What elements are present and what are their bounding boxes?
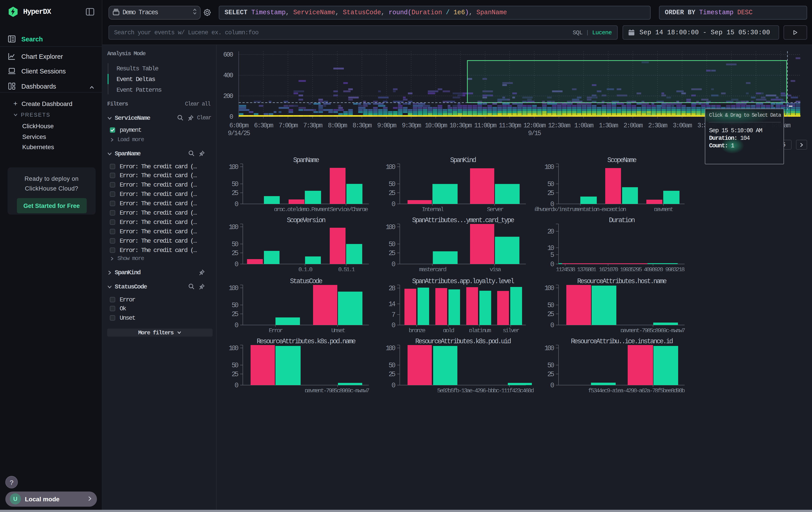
svg-text:Internal: Internal [422, 206, 443, 211]
svg-text:25: 25 [547, 189, 554, 197]
svg-text:50: 50 [232, 361, 238, 369]
svg-text:9:00pm: 9:00pm [377, 122, 396, 129]
svg-text:28: 28 [388, 284, 395, 292]
svg-text:0: 0 [391, 321, 395, 329]
svg-text:SpanName: SpanName [293, 156, 319, 164]
svg-text:0: 0 [235, 261, 238, 268]
svg-text:silver: silver [502, 327, 519, 332]
svg-text:50: 50 [388, 361, 395, 369]
svg-text:50: 50 [232, 301, 238, 309]
svg-text:gold: gold [443, 327, 454, 332]
svg-text:6:30pm: 6:30pm [254, 122, 273, 129]
svg-text:7: 7 [391, 311, 395, 319]
svg-text:ResourceAttribu..ice.instance.: ResourceAttribu..ice.instance.id [571, 338, 673, 345]
svg-text:100: 100 [385, 344, 395, 352]
svg-text:25: 25 [388, 371, 395, 378]
svg-text:10:00pm: 10:00pm [425, 122, 447, 129]
svg-text:ScopeVersion: ScopeVersion [287, 217, 325, 224]
svg-text:50: 50 [232, 240, 238, 248]
svg-text:100: 100 [544, 163, 554, 171]
svg-text:Unset: Unset [331, 327, 345, 332]
svg-text:0: 0 [229, 113, 233, 120]
svg-text:grpc.oteldemo.PaymentService/C: grpc.oteldemo.PaymentService/Charge [274, 206, 368, 211]
svg-text:25: 25 [547, 310, 554, 318]
svg-text:visa: visa [489, 266, 501, 271]
svg-text:100: 100 [229, 344, 238, 352]
svg-text:11:30pm: 11:30pm [499, 122, 521, 129]
svg-text:2:00am: 2:00am [624, 122, 643, 129]
svg-text:10: 10 [547, 244, 554, 252]
svg-text:0: 0 [235, 381, 238, 389]
svg-text:100: 100 [385, 223, 395, 231]
svg-text:0: 0 [550, 381, 554, 389]
svg-text:5e02b5fb-13ae-4296-bbbc-111f42: 5e02b5fb-13ae-4296-bbbc-111f423c460d [437, 387, 533, 392]
svg-text:ScopeName: ScopeName [607, 156, 636, 164]
svg-text:20: 20 [547, 228, 554, 236]
svg-text:Error: Error [269, 327, 283, 332]
svg-text:0: 0 [391, 200, 395, 208]
svg-text:2:30am: 2:30am [648, 122, 667, 129]
svg-text:8:30pm: 8:30pm [353, 122, 372, 129]
svg-text:0: 0 [391, 261, 395, 268]
svg-text:payment-7985c8969c-mwmw7: payment-7985c8969c-mwmw7 [620, 327, 685, 332]
svg-text:100: 100 [385, 163, 395, 171]
svg-text:4090920: 4090920 [644, 266, 663, 271]
svg-text:@hyperdx/instrumentation-excep: @hyperdx/instrumentation-exception [535, 206, 626, 211]
svg-text:0: 0 [235, 200, 238, 208]
svg-text:25: 25 [232, 189, 238, 197]
svg-text:200: 200 [223, 92, 233, 100]
svg-text:payment-7985c8969c-mwmw7: payment-7985c8969c-mwmw7 [304, 387, 369, 392]
svg-text:1:00am: 1:00am [574, 122, 593, 129]
svg-text:19935295: 19935295 [620, 266, 642, 271]
svg-text:50: 50 [547, 301, 554, 309]
svg-text:9:30pm: 9:30pm [402, 122, 421, 129]
svg-text:100: 100 [544, 284, 554, 292]
svg-text:12:00am: 12:00am [523, 122, 546, 129]
svg-text:3:00am: 3:00am [673, 122, 692, 129]
svg-text:mastercard: mastercard [419, 266, 446, 271]
svg-text:ResourceAttributes.k8s.pod.nam: ResourceAttributes.k8s.pod.name [257, 338, 356, 345]
svg-text:1:30am: 1:30am [599, 122, 618, 129]
svg-text:0: 0 [235, 321, 238, 329]
svg-text:10:30pm: 10:30pm [450, 122, 472, 129]
svg-text:ResourceAttributes.host.name: ResourceAttributes.host.name [577, 277, 667, 285]
svg-text:100: 100 [229, 223, 238, 231]
svg-text:7:30pm: 7:30pm [303, 122, 322, 129]
svg-text:9983218: 9983218 [665, 266, 685, 271]
svg-text:1124538: 1124538 [556, 266, 575, 271]
svg-text:25: 25 [388, 189, 395, 197]
svg-text:25: 25 [388, 249, 395, 257]
svg-text:StatusCode: StatusCode [290, 277, 322, 285]
svg-text:50: 50 [547, 180, 554, 188]
svg-text:11:00pm: 11:00pm [474, 122, 496, 129]
svg-text:0: 0 [550, 261, 554, 268]
svg-text:50: 50 [232, 180, 238, 188]
svg-text:600: 600 [223, 51, 233, 58]
svg-text:7:00pm: 7:00pm [279, 122, 298, 129]
svg-text:bronze: bronze [408, 327, 425, 332]
svg-text:14: 14 [388, 300, 395, 308]
svg-text:1621070: 1621070 [599, 266, 618, 271]
svg-text:platinum: platinum [469, 327, 491, 332]
svg-text:SpanKind: SpanKind [450, 156, 476, 164]
svg-text:25: 25 [547, 371, 554, 378]
svg-text:SpanAttributes...yment.card_ty: SpanAttributes...yment.card_type [412, 217, 514, 224]
svg-text:0.51.1: 0.51.1 [338, 266, 355, 271]
svg-text:Server: Server [487, 206, 503, 211]
svg-text:50: 50 [388, 240, 395, 248]
svg-text:5: 5 [550, 251, 554, 259]
svg-text:8:00pm: 8:00pm [328, 122, 347, 129]
svg-text:SpanAttributes.app.loyalty.lev: SpanAttributes.app.loyalty.level [412, 277, 514, 285]
svg-text:100: 100 [229, 284, 238, 292]
svg-text:100: 100 [544, 344, 554, 352]
svg-text:ResourceAttributes.k8s.pod.uid: ResourceAttributes.k8s.pod.uid [415, 338, 511, 345]
svg-text:0: 0 [550, 321, 554, 329]
svg-text:0: 0 [391, 381, 395, 389]
svg-text:f5344ec9-a1ea-4290-a62a-78f5be: f5344ec9-a1ea-4290-a62a-78f5bee8d90b [588, 387, 685, 392]
svg-text:9/15: 9/15 [528, 130, 541, 137]
svg-text:50: 50 [388, 180, 395, 188]
svg-text:25: 25 [232, 371, 238, 378]
svg-text:400: 400 [223, 72, 233, 79]
svg-text:payment: payment [654, 206, 673, 211]
svg-text:100: 100 [229, 163, 238, 171]
